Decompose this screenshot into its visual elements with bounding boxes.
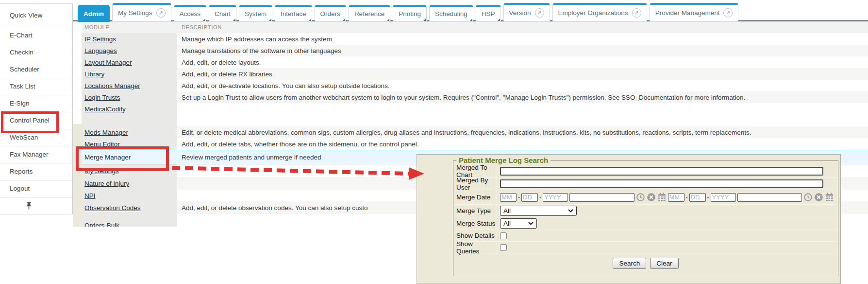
module-link[interactable]: Meds Manager bbox=[84, 129, 128, 136]
table-row: Meds ManagerEdit, or delete medical abbr… bbox=[82, 126, 868, 138]
tab-scheduling[interactable]: Scheduling bbox=[429, 5, 473, 22]
tab-version[interactable]: Version↗ bbox=[503, 3, 550, 22]
search-button[interactable]: Search bbox=[613, 258, 646, 269]
sidebar-item-e-chart[interactable]: E-Chart bbox=[0, 27, 72, 44]
tab-label: Orders bbox=[320, 10, 340, 18]
open-in-new-window-icon[interactable]: ↗ bbox=[156, 8, 166, 18]
sidebar-item-fax-manager[interactable]: Fax Manager bbox=[0, 146, 72, 163]
module-link[interactable]: Languages bbox=[84, 47, 117, 54]
module-link[interactable]: NPI bbox=[84, 192, 96, 199]
tab-label: Printing bbox=[399, 10, 421, 18]
table-header: MODULE DESCRIPTION bbox=[82, 21, 868, 33]
module-description bbox=[177, 103, 868, 126]
dropdown-indicator-icon bbox=[470, 18, 472, 21]
tab-bar: Admin My Settings↗ Access Chart System I… bbox=[78, 3, 738, 22]
clock-icon[interactable] bbox=[636, 193, 645, 202]
button-row: Search Clear bbox=[454, 253, 837, 269]
sidebar-item-task-list[interactable]: Task List bbox=[0, 78, 72, 95]
show-queries-checkbox[interactable] bbox=[500, 244, 507, 251]
tab-hsp[interactable]: HSP bbox=[476, 5, 501, 22]
tab-chart[interactable]: Chart bbox=[209, 5, 236, 22]
tab-label: Employer Organizations bbox=[558, 9, 628, 17]
clock-icon[interactable] bbox=[803, 193, 813, 202]
table-row: LibraryAdd, edit, or delete RX libraries… bbox=[82, 68, 868, 80]
clear-date-icon[interactable] bbox=[647, 193, 656, 202]
calendar-icon[interactable] bbox=[825, 193, 834, 202]
open-in-new-window-icon[interactable]: ↗ bbox=[535, 8, 544, 18]
module-link[interactable]: Library bbox=[84, 71, 104, 78]
clear-date-icon[interactable] bbox=[814, 193, 823, 202]
sidebar-item-logout[interactable]: Logout bbox=[0, 180, 72, 197]
tab-orders[interactable]: Orders bbox=[315, 5, 346, 22]
module-description: Add, edit, or delete RX libraries. bbox=[177, 68, 868, 80]
module-link[interactable]: Locations Manager bbox=[84, 82, 140, 89]
beige-background-strip bbox=[73, 124, 82, 227]
tab-provider-management[interactable]: Provider Management↗ bbox=[650, 3, 739, 22]
module-description: Add, edit, or de-activate locations. You… bbox=[177, 80, 868, 91]
tab-label: Version bbox=[509, 9, 531, 17]
start-day-input[interactable] bbox=[521, 193, 538, 202]
end-day-input[interactable] bbox=[689, 193, 706, 202]
clear-button[interactable]: Clear bbox=[650, 258, 678, 269]
chevron-down-icon bbox=[528, 222, 534, 225]
sidebar-pin-row bbox=[0, 197, 72, 214]
merge-status-select[interactable]: All bbox=[500, 218, 537, 229]
module-link[interactable]: MedicalCodify bbox=[84, 106, 126, 113]
table-row: Locations ManagerAdd, edit, or de-activa… bbox=[82, 80, 868, 91]
open-in-new-window-icon[interactable]: ↗ bbox=[723, 8, 733, 18]
tab-system[interactable]: System bbox=[239, 5, 272, 22]
tab-admin[interactable]: Admin bbox=[78, 5, 110, 22]
sidebar-item-scheduler[interactable]: Scheduler bbox=[0, 61, 72, 78]
module-link[interactable]: Nature of Injury bbox=[84, 180, 129, 187]
tab-reference[interactable]: Reference bbox=[349, 5, 390, 22]
form-row: Show Details bbox=[454, 230, 837, 242]
annotation-arrow bbox=[170, 163, 427, 183]
module-link[interactable]: Login Trusts bbox=[84, 94, 120, 101]
field-label: Merge Status bbox=[454, 217, 497, 230]
annotation-box-merge-manager bbox=[76, 146, 169, 171]
tab-interface[interactable]: Interface bbox=[275, 5, 312, 22]
sidebar-item-checkin[interactable]: Checkin bbox=[0, 44, 72, 61]
selected-value: All bbox=[503, 220, 511, 227]
date-separator: - bbox=[707, 194, 709, 201]
field-label: Merged By User bbox=[454, 178, 497, 190]
module-link[interactable]: IP Settings bbox=[84, 36, 116, 43]
start-month-input[interactable] bbox=[500, 193, 517, 202]
dropdown-indicator-icon bbox=[203, 18, 205, 21]
tab-access[interactable]: Access bbox=[174, 5, 207, 22]
module-description: Add, edit, or delete tabs, whether those… bbox=[177, 138, 868, 150]
module-link[interactable]: Orders-Bulk bbox=[84, 222, 119, 227]
open-in-new-window-icon[interactable]: ↗ bbox=[632, 8, 641, 18]
merge-type-select[interactable]: All bbox=[500, 206, 577, 216]
tab-my-settings[interactable]: My Settings↗ bbox=[112, 3, 171, 22]
module-link[interactable]: Observation Codes bbox=[84, 204, 141, 212]
sidebar-item-e-sign[interactable]: E-Sign bbox=[0, 95, 72, 112]
end-time-input[interactable] bbox=[737, 193, 802, 202]
calendar-icon[interactable] bbox=[657, 193, 667, 202]
column-header-module: MODULE bbox=[82, 24, 177, 30]
end-month-input[interactable] bbox=[668, 193, 684, 202]
tab-employer-organizations[interactable]: Employer Organizations↗ bbox=[552, 3, 647, 22]
merged-to-chart-input[interactable] bbox=[500, 167, 823, 176]
module-link[interactable]: Layout Manager bbox=[84, 59, 132, 66]
chevron-down-icon bbox=[568, 209, 573, 213]
dropdown-indicator-icon bbox=[233, 18, 235, 21]
start-time-input[interactable] bbox=[569, 193, 634, 202]
table-row: Layout ManagerAdd, edit, or delete layou… bbox=[82, 56, 868, 68]
table-row: Menu EditorAdd, edit, or delete tabs, wh… bbox=[82, 138, 868, 150]
show-details-checkbox[interactable] bbox=[500, 232, 507, 239]
dropdown-indicator-icon bbox=[343, 18, 345, 21]
form-row: Show Queries bbox=[454, 242, 837, 253]
sidebar-item-reports[interactable]: Reports bbox=[0, 163, 72, 180]
merged-by-user-input[interactable] bbox=[500, 179, 823, 188]
dropdown-indicator-icon bbox=[423, 18, 426, 21]
dropdown-indicator-icon bbox=[309, 18, 311, 21]
end-year-input[interactable] bbox=[711, 193, 736, 202]
pushpin-icon[interactable] bbox=[24, 201, 33, 211]
sidebar-item-quick-view[interactable]: Quick View bbox=[0, 4, 72, 27]
start-year-input[interactable] bbox=[543, 193, 568, 202]
tab-printing[interactable]: Printing bbox=[393, 5, 427, 22]
tab-label: Interface bbox=[281, 10, 306, 18]
module-description: Add, edit, or delete layouts. bbox=[177, 56, 868, 68]
form-row: Merge Status All bbox=[454, 217, 837, 230]
